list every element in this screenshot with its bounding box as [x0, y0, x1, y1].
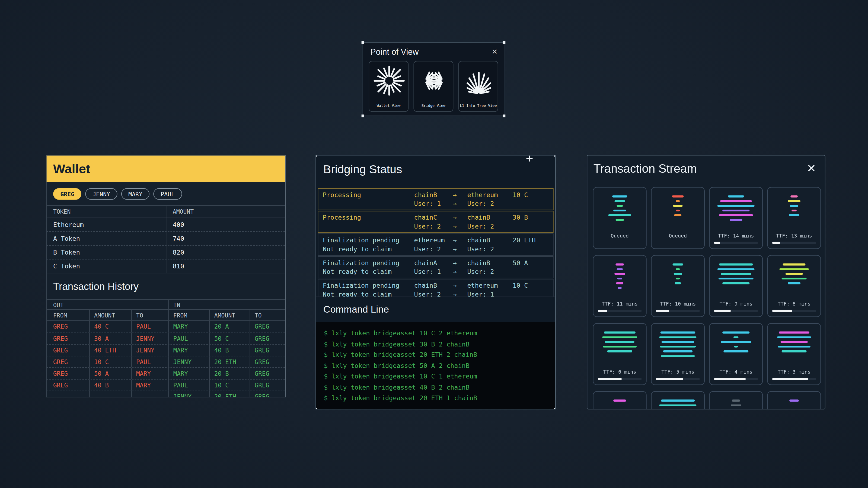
card-bars	[772, 399, 816, 410]
bridging-row: Finalization pendingNot ready to claimch…	[318, 279, 553, 297]
arrow-icon-line-2: →	[453, 268, 467, 276]
transaction-card[interactable]: TTF: 8 mins	[767, 255, 821, 317]
bridge-from: chainCUser: 2	[414, 214, 453, 231]
token-table-body: Ethereum400A Token740B Token820C Token81…	[46, 218, 285, 273]
out-from-header: FROM	[46, 310, 89, 321]
in-cell: 50 C	[209, 333, 250, 344]
card-label: TTF: 4 mins	[719, 369, 752, 375]
resize-handle[interactable]	[554, 155, 556, 156]
resize-handle[interactable]	[362, 115, 364, 117]
bridging-row: ProcessingchainCUser: 2→→chainBUser: 230…	[318, 211, 553, 233]
bar	[661, 399, 695, 401]
in-cell: 20 ETH	[209, 391, 250, 397]
history-row: GREG40 ETHJENNYMARY40 BGREG	[46, 344, 285, 356]
bar	[786, 273, 802, 274]
transaction-card[interactable]: TTF: 14 mins	[709, 187, 763, 249]
out-cell	[131, 391, 168, 397]
out-cell: 40 B	[89, 380, 131, 391]
transaction-card[interactable]: Queued	[593, 187, 647, 249]
bar	[779, 268, 809, 270]
transaction-card[interactable]	[651, 391, 705, 410]
bar	[616, 263, 624, 265]
transaction-card[interactable]: TTF: 11 mins	[593, 255, 647, 317]
card-progress-fill	[656, 378, 683, 380]
point-of-view-header: Point of View ✕	[363, 42, 504, 56]
bridge-status-line-1: Finalization pending	[323, 236, 414, 245]
resize-handle[interactable]	[503, 115, 505, 117]
wallet-tab-mary[interactable]: MARY	[121, 188, 150, 200]
bridge-to: ethereumUser: 2	[467, 191, 513, 208]
transaction-card[interactable]: TTF: 4 mins	[709, 323, 763, 385]
bar	[614, 399, 626, 401]
in-cell: GREG	[250, 368, 285, 379]
bridge-status-line-2: Not ready to claim	[323, 290, 414, 296]
close-icon[interactable]: ✕	[492, 48, 497, 56]
view-button-label: Bridge View	[414, 104, 453, 108]
bar	[722, 209, 749, 211]
bridge-amount: 10 C	[513, 191, 549, 208]
token-name: A Token	[46, 232, 166, 245]
bar	[778, 346, 810, 347]
bar	[788, 282, 800, 284]
bar	[731, 404, 741, 406]
transaction-card[interactable]	[767, 391, 821, 410]
transaction-card[interactable]: TTF: 10 mins	[651, 255, 705, 317]
view-button-l1-info-tree-view[interactable]: L1 Info Tree View	[458, 61, 498, 112]
terminal-body[interactable]: $ lxly token bridgeasset 10 C 2 ethereum…	[316, 322, 555, 409]
resize-handle[interactable]	[315, 155, 317, 156]
arrow-icon-line-1: →	[453, 236, 467, 245]
arrow-icon-line-2: →	[453, 290, 467, 296]
bridge-status: Processing	[323, 214, 414, 231]
bar	[659, 336, 697, 338]
card-label: TTF: 10 mins	[660, 301, 696, 307]
bridge-status-line-2	[323, 199, 414, 208]
bridge-from: ethereumUser: 2	[414, 236, 453, 253]
bar	[720, 200, 752, 202]
card-bars	[714, 331, 758, 369]
bridging-status-title: Bridging Status	[316, 155, 555, 176]
card-progress-fill	[772, 378, 808, 380]
view-button-wallet-view[interactable]: Wallet View	[369, 61, 408, 112]
terminal-line: $ lxly token bridgeasset 40 B 2 chainB	[324, 382, 547, 393]
wallet-tab-paul[interactable]: PAUL	[154, 188, 182, 200]
resize-handle[interactable]	[315, 408, 317, 410]
resize-handle[interactable]	[554, 408, 556, 410]
bar	[604, 331, 636, 333]
resize-handle[interactable]	[503, 41, 505, 44]
transaction-card[interactable]: Queued	[651, 187, 705, 249]
wallet-view-icon	[373, 65, 405, 97]
wallet-tab-jenny[interactable]: JENNY	[86, 188, 118, 200]
token-amount: 820	[166, 246, 285, 259]
transaction-card[interactable]	[709, 391, 763, 410]
bar	[789, 214, 799, 216]
transaction-card[interactable]: TTF: 5 mins	[651, 323, 705, 385]
bar	[661, 355, 695, 357]
bar	[674, 214, 681, 216]
l1-info-tree-view-icon	[463, 65, 495, 97]
card-progress	[714, 242, 758, 244]
desktop: Point of View ✕ Wallet ViewBridge ViewL1…	[0, 0, 868, 488]
bar	[613, 209, 626, 211]
transaction-card[interactable]: TTF: 3 mins	[767, 323, 821, 385]
bridge-to-line-1: ethereum	[467, 191, 513, 199]
card-bars	[714, 263, 758, 301]
bar	[788, 200, 800, 202]
transaction-card[interactable]: TTF: 9 mins	[709, 255, 763, 317]
view-button-bridge-view[interactable]: Bridge View	[413, 61, 453, 112]
in-cell: JENNY	[168, 356, 209, 367]
bridge-amount-line-2	[513, 290, 549, 296]
close-icon[interactable]: ✕	[807, 162, 816, 174]
transaction-card[interactable]	[593, 391, 647, 410]
view-button-label: Wallet View	[369, 104, 408, 108]
in-cell: GREG	[250, 321, 285, 333]
card-progress-fill	[714, 242, 720, 244]
transaction-card[interactable]: TTF: 6 mins	[593, 323, 647, 385]
bridge-from: chainAUser: 1	[414, 259, 453, 276]
out-cell: GREG	[46, 333, 89, 344]
bar	[722, 282, 749, 284]
in-cell: GREG	[250, 345, 285, 356]
out-cell: JENNY	[131, 333, 168, 344]
resize-handle[interactable]	[362, 41, 364, 44]
wallet-tab-greg[interactable]: GREG	[53, 188, 82, 200]
transaction-card[interactable]: TTF: 13 mins	[767, 187, 821, 249]
